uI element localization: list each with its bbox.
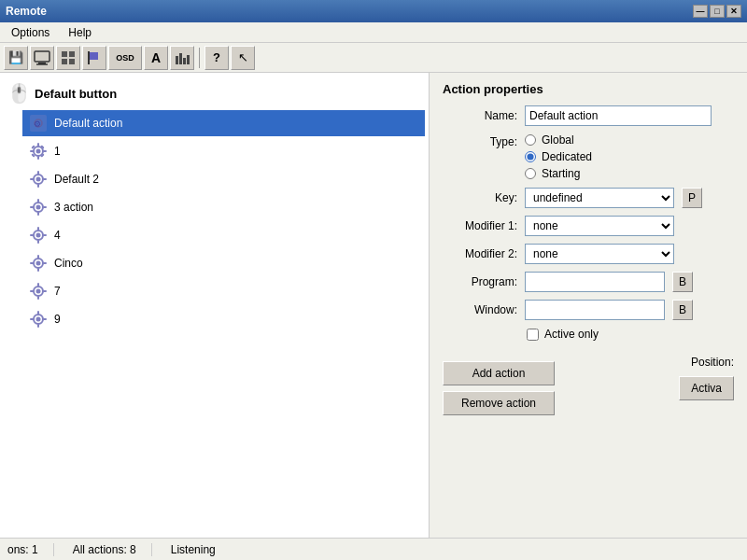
radio-global[interactable] [525, 134, 536, 146]
remove-action-button[interactable]: Remove action [443, 391, 555, 415]
title-bar: Remote — □ ✕ [0, 0, 747, 22]
tree-item-4[interactable]: 4 [22, 222, 425, 248]
window-controls: — □ ✕ [693, 5, 741, 18]
menu-bar: Options Help [0, 22, 747, 43]
key-row: Key: undefined F1 F2 P [443, 188, 734, 208]
svg-rect-7 [89, 52, 98, 60]
window-row: Window: B [443, 300, 734, 320]
activate-button[interactable]: Activa [679, 376, 734, 400]
svg-rect-47 [37, 268, 39, 272]
svg-rect-61 [43, 318, 47, 320]
modifier2-select[interactable]: none Ctrl Alt Shift [525, 244, 674, 264]
status-actions: ons: 1 [7, 543, 54, 556]
tree-item-9[interactable]: 9 [22, 306, 425, 332]
name-label: Name: [443, 109, 517, 122]
text-button[interactable]: A [144, 46, 168, 70]
action-buttons: Add action Remove action [443, 361, 555, 415]
tree-item-1[interactable]: 1 [22, 138, 425, 164]
flag-button[interactable] [82, 46, 106, 70]
program-label: Program: [443, 275, 517, 288]
modifier1-select[interactable]: none Ctrl Alt Shift [525, 216, 674, 236]
grid-button[interactable] [56, 46, 80, 70]
svg-rect-12 [187, 55, 190, 64]
svg-rect-60 [30, 318, 34, 320]
osd-button[interactable]: OSD [108, 46, 142, 70]
svg-rect-28 [37, 171, 39, 175]
type-radio-group: Global Dedicated Starting [525, 133, 592, 180]
key-browse-button[interactable]: P [682, 188, 702, 208]
program-browse-button[interactable]: B [672, 272, 693, 292]
device-icon [34, 49, 50, 66]
tree-item-label-3action: 3 action [54, 201, 93, 214]
name-row: Name: [443, 105, 734, 126]
maximize-button[interactable]: □ [710, 5, 725, 18]
svg-point-17 [36, 149, 41, 154]
menu-options[interactable]: Options [4, 24, 57, 41]
svg-rect-20 [30, 150, 34, 152]
title-text: Remote [6, 5, 47, 18]
radio-starting[interactable] [525, 168, 536, 179]
root-icon: 🖱️ [7, 82, 31, 105]
active-only-row: Active only [527, 328, 734, 341]
svg-point-51 [36, 289, 41, 294]
gear-icon-cinco [28, 253, 49, 273]
tree-root: 🖱️ Default button [4, 80, 425, 106]
radio-dedicated[interactable] [525, 151, 536, 162]
chart-button[interactable] [170, 46, 194, 70]
svg-text:⚙: ⚙ [34, 119, 41, 129]
gear-icon-9 [28, 309, 49, 329]
svg-rect-58 [37, 311, 39, 315]
active-only-checkbox[interactable] [527, 329, 539, 341]
svg-rect-55 [43, 290, 47, 292]
svg-rect-11 [183, 58, 186, 64]
svg-rect-41 [37, 240, 39, 244]
svg-rect-34 [37, 199, 39, 203]
svg-rect-30 [30, 178, 34, 180]
chart-icon [175, 50, 190, 65]
tree-item-label-4: 4 [54, 229, 61, 242]
gear-icon-4 [28, 225, 49, 245]
position-section: Position: Activa [679, 356, 734, 400]
window-input[interactable] [525, 300, 665, 320]
tree-item-default2[interactable]: Default 2 [22, 166, 425, 192]
tree-item-7[interactable]: 7 [22, 278, 425, 304]
menu-help[interactable]: Help [61, 24, 99, 41]
close-button[interactable]: ✕ [726, 5, 741, 18]
grid-icon [61, 50, 76, 65]
device-button[interactable] [30, 46, 54, 70]
modifier2-label: Modifier 2: [443, 247, 517, 260]
svg-rect-36 [30, 206, 34, 208]
name-input[interactable] [525, 105, 712, 126]
root-label: Default button [35, 87, 117, 101]
key-select[interactable]: undefined F1 F2 [525, 188, 674, 208]
tree-item-cinco[interactable]: Cinco [22, 250, 425, 276]
tree-items: ⚙ Default action 1 [4, 110, 425, 332]
svg-rect-5 [62, 59, 67, 64]
svg-rect-46 [37, 255, 39, 259]
radio-row-starting: Starting [525, 167, 592, 180]
gear-icon-default2 [28, 169, 49, 189]
tree-item-label-1: 1 [54, 145, 61, 158]
svg-rect-31 [43, 178, 47, 180]
tree-item-3action[interactable]: 3 action [22, 194, 425, 220]
svg-rect-53 [37, 296, 39, 300]
cursor-button[interactable]: ↖ [231, 46, 255, 70]
svg-rect-52 [37, 283, 39, 287]
svg-rect-54 [30, 290, 34, 292]
section-title: Action properties [443, 82, 734, 96]
svg-rect-18 [37, 143, 39, 147]
minimize-button[interactable]: — [693, 5, 708, 18]
window-browse-button[interactable]: B [672, 300, 693, 320]
add-action-button[interactable]: Add action [443, 361, 555, 385]
svg-rect-43 [43, 234, 47, 236]
tree-item-default-action[interactable]: ⚙ Default action [22, 110, 425, 136]
tree-item-label-default2: Default 2 [54, 173, 99, 186]
status-listening: Listening [171, 543, 231, 556]
help-button[interactable]: ? [204, 46, 229, 70]
svg-point-57 [36, 317, 41, 322]
save-button[interactable]: 💾 [4, 46, 28, 70]
svg-rect-4 [69, 51, 75, 57]
program-input[interactable] [525, 272, 665, 292]
toolbar: 💾 OSD A ? ↖ [0, 43, 747, 73]
svg-point-27 [36, 177, 41, 182]
